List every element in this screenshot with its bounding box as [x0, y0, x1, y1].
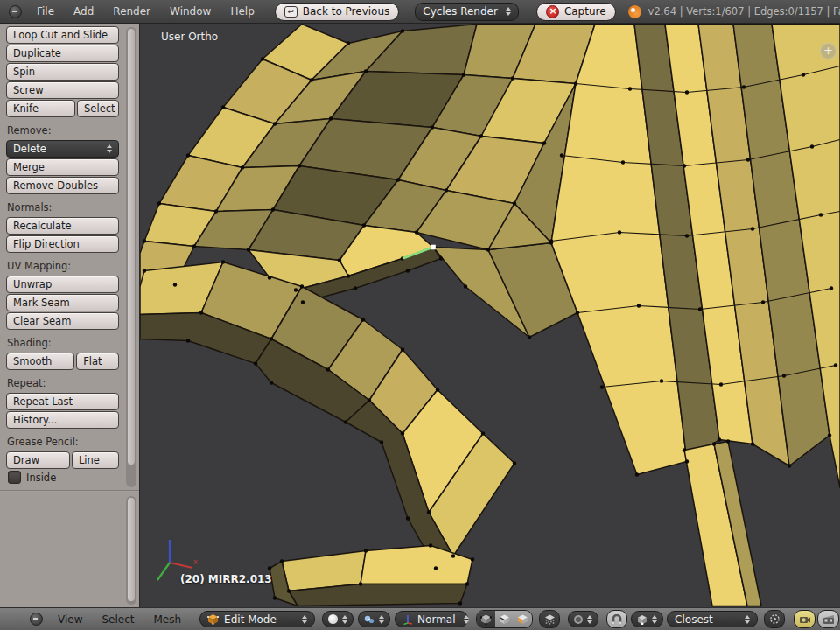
mesh-vertex[interactable] [173, 283, 177, 286]
mesh-vertex[interactable] [444, 188, 448, 192]
mesh-vertex[interactable] [685, 90, 689, 94]
mesh-vertex[interactable] [429, 543, 432, 547]
button-recalculate[interactable]: Recalculate [6, 217, 119, 234]
mesh-vertex[interactable] [576, 311, 579, 314]
mesh-vertex[interactable] [560, 153, 564, 157]
mesh-vertex[interactable] [354, 286, 357, 290]
mesh-vertex[interactable] [270, 337, 273, 340]
button-mark-seam[interactable]: Mark Seam [6, 294, 119, 312]
mesh-vertex[interactable] [458, 601, 462, 605]
mesh-vertex[interactable] [221, 105, 225, 108]
button-clear-seam[interactable]: Clear Seam [6, 312, 119, 330]
mesh-vertex[interactable] [550, 239, 553, 242]
mesh-vertex[interactable] [513, 461, 516, 465]
mesh-vertex[interactable] [301, 300, 304, 304]
mesh-vertex[interactable] [830, 286, 833, 290]
button-duplicate[interactable]: Duplicate [6, 45, 119, 62]
mesh-vertex[interactable] [268, 566, 271, 570]
mesh-vertex[interactable] [434, 566, 438, 570]
limit-visible-icon[interactable] [539, 610, 560, 628]
viewport-3d[interactable]: User Ortho (20) MIRR2.013 + x [140, 24, 840, 608]
checkbox-icon[interactable] [8, 471, 21, 484]
mesh-vertex[interactable] [751, 227, 754, 230]
mesh-vertex[interactable] [462, 73, 466, 76]
menu-render[interactable]: Render [103, 5, 160, 18]
mesh-vertex[interactable] [143, 239, 146, 242]
button-flat[interactable]: Flat [76, 353, 119, 370]
proportional-edit-select[interactable] [568, 611, 598, 627]
mesh-vertex[interactable] [628, 87, 632, 90]
pivot-point-select[interactable] [358, 611, 390, 627]
mesh-vertex[interactable] [685, 234, 689, 237]
mesh-vertex[interactable] [618, 230, 621, 234]
mesh-vertex[interactable] [751, 442, 754, 445]
vertex-select-icon[interactable] [477, 611, 495, 627]
mesh-vertex[interactable] [287, 589, 290, 592]
mesh-vertex[interactable] [819, 213, 822, 216]
mesh-vertex[interactable] [359, 582, 362, 585]
mesh-vertex[interactable] [600, 385, 604, 388]
mesh-vertex[interactable] [261, 57, 264, 60]
menu-mesh[interactable]: Mesh [144, 613, 192, 626]
mesh-vertex[interactable] [746, 158, 750, 161]
menu-view[interactable]: View [48, 613, 92, 626]
button-draw[interactable]: Draw [6, 452, 70, 469]
button-history-[interactable]: History... [6, 411, 119, 429]
mesh-vertex[interactable] [346, 274, 350, 277]
menu-delete[interactable]: Delete [6, 140, 119, 158]
mesh-vertex[interactable] [186, 339, 190, 342]
mesh-vertex[interactable] [718, 438, 721, 441]
editor-collapse-icon[interactable] [9, 5, 22, 18]
mode-select[interactable]: Edit Mode [200, 611, 315, 627]
mesh-vertex[interactable] [635, 472, 639, 476]
snap-target-select[interactable]: Closest [667, 611, 758, 627]
magnet-icon[interactable] [606, 610, 627, 628]
mesh-vertex[interactable] [513, 201, 516, 205]
snap-element-select[interactable] [631, 611, 663, 627]
operator-panel-scrollbar[interactable] [126, 496, 136, 605]
plus-icon[interactable]: + [820, 43, 836, 60]
menu-add[interactable]: Add [64, 5, 103, 18]
capture-button[interactable]: Capture [536, 3, 616, 21]
mesh-vertex[interactable] [273, 596, 276, 599]
mesh-vertex[interactable] [364, 549, 368, 552]
mesh-vertex[interactable] [682, 164, 686, 167]
mesh-vertex[interactable] [430, 125, 434, 129]
mesh-vertex[interactable] [200, 311, 203, 314]
mesh-vertex[interactable] [329, 116, 332, 120]
mesh-vertex[interactable] [682, 448, 686, 452]
face-select-icon[interactable] [514, 611, 532, 627]
render-camera-icon[interactable] [794, 610, 816, 628]
editor-collapse-icon[interactable] [30, 612, 43, 626]
mesh-vertex[interactable] [810, 144, 814, 148]
mesh-vertex[interactable] [782, 374, 786, 377]
mesh-vertex[interactable] [486, 248, 490, 251]
mesh-vertex[interactable] [310, 78, 313, 81]
menu-select[interactable]: Select [92, 613, 144, 626]
mesh-vertex[interactable] [241, 165, 244, 169]
mesh-vertex[interactable] [221, 260, 225, 263]
tool-shelf-scrollbar-thumb[interactable] [128, 29, 135, 465]
mesh-vertex[interactable] [143, 269, 146, 272]
mesh-vertex[interactable] [452, 554, 455, 557]
mesh-vertex[interactable] [464, 284, 467, 288]
mesh-vertex[interactable] [406, 269, 410, 272]
mesh-vertex[interactable] [362, 223, 366, 227]
button-unwrap[interactable]: Unwrap [6, 276, 119, 293]
mesh-vertex[interactable] [214, 209, 218, 213]
mesh-vertex[interactable] [192, 244, 196, 248]
mesh-vertex[interactable] [158, 201, 161, 205]
mesh-vertex[interactable] [685, 459, 689, 463]
mesh-vertex[interactable] [480, 134, 483, 137]
mesh-vertex[interactable] [574, 81, 578, 85]
mesh-vertex[interactable] [415, 230, 418, 234]
mesh-vertex[interactable] [338, 258, 341, 262]
mesh-vertex[interactable] [401, 431, 404, 435]
mesh-vertex[interactable] [436, 388, 439, 391]
button-loop-cut-and-slide[interactable]: Loop Cut and Slide [6, 26, 119, 44]
mesh-vertex[interactable] [528, 335, 531, 339]
button-spin[interactable]: Spin [6, 63, 119, 80]
mesh-vertex[interactable] [326, 368, 330, 371]
mesh-vertex[interactable] [511, 76, 514, 80]
back-to-previous-button[interactable]: ↩ Back to Previous [275, 3, 400, 21]
